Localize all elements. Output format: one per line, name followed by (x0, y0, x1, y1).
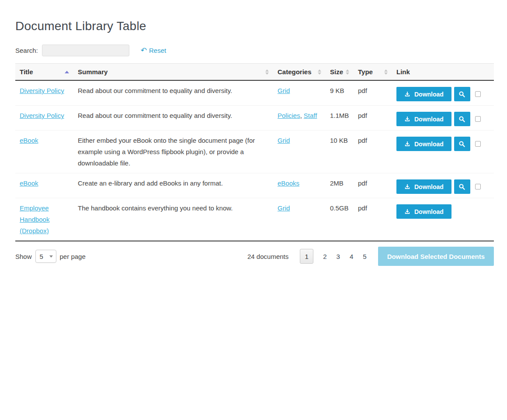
magnifier-icon (458, 116, 465, 123)
reset-link[interactable]: ↶ Reset (141, 47, 166, 54)
table-row: eBook Either embed your eBook onto the s… (15, 131, 494, 173)
document-title-link[interactable]: eBook (20, 179, 38, 187)
document-type: pdf (354, 173, 392, 198)
preview-button[interactable] (454, 87, 470, 101)
search-input[interactable] (42, 45, 129, 56)
download-button[interactable]: Download (396, 112, 451, 126)
magnifier-icon (458, 141, 465, 148)
reset-undo-icon: ↶ (141, 47, 147, 54)
document-summary: Either embed your eBook onto the single … (73, 131, 273, 173)
chevron-down-icon (49, 255, 53, 258)
per-page-control: Show 5 per page (15, 250, 86, 263)
category-link[interactable]: Grid (278, 87, 290, 94)
magnifier-icon (458, 183, 465, 190)
download-button[interactable]: Download (396, 137, 451, 151)
show-label: Show (15, 253, 32, 260)
preview-button[interactable] (454, 112, 470, 126)
download-icon (404, 209, 410, 215)
download-icon (404, 184, 410, 190)
document-size: 9 KB (326, 80, 354, 106)
column-header-type[interactable]: Type (354, 64, 392, 81)
select-document-checkbox[interactable] (475, 141, 481, 147)
select-document-checkbox[interactable] (475, 116, 481, 122)
sort-ascending-icon (65, 71, 69, 73)
sort-icon (318, 69, 321, 75)
documents-table: Title Summary Categories (15, 63, 494, 241)
document-summary: Read about our commitment to equality an… (73, 80, 273, 106)
download-button[interactable]: Download (396, 179, 451, 194)
download-icon (404, 141, 410, 147)
document-library-page: Document Library Table Search: ↶ Reset T… (15, 0, 494, 266)
download-button[interactable]: Download (396, 204, 451, 219)
select-document-checkbox[interactable] (475, 184, 481, 189)
category-link[interactable]: Policies (278, 112, 300, 119)
document-count: 24 documents (247, 253, 288, 260)
sort-icon (346, 69, 349, 75)
pagination-page-3[interactable]: 3 (337, 253, 340, 260)
document-size: 10 KB (326, 131, 354, 173)
table-row: Diversity Policy Read about our commitme… (15, 80, 494, 106)
preview-button[interactable] (454, 137, 470, 151)
document-summary: Create an e-library and add eBooks in an… (73, 173, 273, 198)
document-type: pdf (354, 198, 392, 241)
preview-button[interactable] (454, 179, 470, 194)
sort-icon (384, 69, 388, 75)
document-size: 0.5GB (326, 198, 354, 241)
download-selected-button[interactable]: Download Selected Documents (378, 247, 494, 266)
document-size: 1.1MB (326, 106, 354, 131)
document-title-link[interactable]: Diversity Policy (20, 112, 64, 119)
table-footer: Show 5 per page 24 documents 1 2 3 4 5 D… (15, 247, 494, 266)
category-link[interactable]: Staff (304, 112, 317, 119)
page-title: Document Library Table (15, 19, 494, 33)
download-icon (404, 91, 410, 97)
category-link[interactable]: Grid (278, 204, 290, 212)
document-title-link[interactable]: Diversity Policy (20, 87, 64, 94)
select-document-checkbox[interactable] (475, 91, 481, 97)
document-summary: The handbook contains everything you nee… (73, 198, 273, 241)
download-icon (404, 116, 410, 122)
column-header-title[interactable]: Title (15, 64, 73, 81)
document-summary: Read about our commitment to equality an… (73, 106, 273, 131)
table-row: Diversity Policy Read about our commitme… (15, 106, 494, 131)
reset-label: Reset (149, 47, 166, 54)
document-title-link[interactable]: eBook (20, 137, 38, 144)
pagination-page-4[interactable]: 4 (350, 253, 353, 260)
document-type: pdf (354, 131, 392, 173)
column-header-size[interactable]: Size (326, 64, 354, 81)
document-size: 2MB (326, 173, 354, 198)
category-separator: , (300, 112, 302, 119)
magnifier-icon (458, 91, 465, 98)
document-type: pdf (354, 106, 392, 131)
document-title-link[interactable]: Employee Handbook (Dropbox) (20, 204, 49, 234)
download-button[interactable]: Download (396, 87, 451, 101)
category-link[interactable]: Grid (278, 137, 290, 144)
search-label: Search: (15, 47, 38, 54)
category-link[interactable]: eBooks (278, 179, 299, 187)
table-row: eBook Create an e-library and add eBooks… (15, 173, 494, 198)
column-header-summary[interactable]: Summary (73, 64, 273, 81)
document-type: pdf (354, 80, 392, 106)
pagination-page-1-current[interactable]: 1 (300, 249, 313, 264)
sort-icon (265, 69, 269, 75)
pagination-page-5[interactable]: 5 (363, 253, 366, 260)
column-header-link: Link (392, 64, 494, 81)
column-header-categories[interactable]: Categories (273, 64, 326, 81)
pagination-page-2[interactable]: 2 (323, 253, 326, 260)
pagination: 1 2 3 4 5 (300, 249, 366, 264)
per-page-select[interactable]: 5 (35, 250, 56, 263)
per-page-suffix: per page (60, 253, 86, 260)
table-header-row: Title Summary Categories (15, 64, 494, 81)
search-bar: Search: ↶ Reset (15, 45, 494, 56)
table-row: Employee Handbook (Dropbox) The handbook… (15, 198, 494, 241)
